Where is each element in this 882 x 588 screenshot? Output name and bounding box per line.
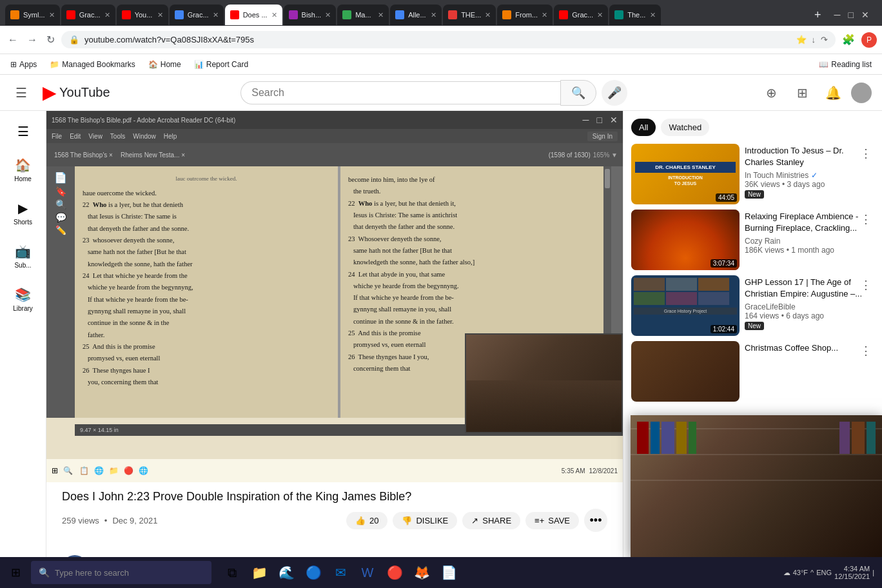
- start-button[interactable]: ⊞: [3, 560, 28, 585]
- rec-filter-all[interactable]: All: [631, 119, 656, 136]
- yt-search-input[interactable]: [240, 81, 560, 104]
- pdf-nav-rheims[interactable]: Rheims New Testa... ×: [118, 150, 188, 160]
- dislike-button[interactable]: 👎 DISLIKE: [393, 512, 457, 529]
- rec-item-1[interactable]: 3:07:34 Relaxing Fireplace Ambience - Bu…: [631, 210, 874, 270]
- address-bar[interactable]: 🔒 youtube.com/watch?v=Qa08SJI8xXA&t=795s…: [61, 31, 836, 48]
- pdf-nav-left[interactable]: 1568 The Bishop's ×: [52, 150, 115, 160]
- taskbar-icon-pdf-4[interactable]: 🔴: [124, 466, 133, 475]
- pdf-icon-3[interactable]: 🔍: [55, 199, 66, 210]
- floating-presenter-video[interactable]: [465, 333, 623, 433]
- bookmark-apps[interactable]: ⊞ Apps: [5, 59, 42, 70]
- share-button[interactable]: ↗ SHARE: [462, 512, 520, 529]
- pdf-icon-1[interactable]: 📄: [54, 172, 67, 184]
- taskbar-search-placeholder: Type here to search: [55, 568, 129, 578]
- taskbar-search[interactable]: 🔍 Type here to search: [31, 561, 211, 584]
- rec-filter-watched[interactable]: Watched: [661, 119, 709, 136]
- browser-tab-alle[interactable]: Alle...✕: [390, 5, 442, 25]
- taskbar-mail[interactable]: ✉: [328, 560, 353, 585]
- rec-more-1[interactable]: ⋮: [858, 210, 874, 229]
- forward-button[interactable]: →: [24, 32, 40, 48]
- pdf-menu-view[interactable]: View: [88, 133, 103, 140]
- yt-user-avatar[interactable]: [851, 83, 872, 103]
- pdf-menu-tools[interactable]: Tools: [110, 133, 125, 140]
- floating-video-pip[interactable]: [631, 415, 882, 557]
- pdf-minimize[interactable]: ─: [583, 115, 589, 125]
- taskbar-firefox[interactable]: 🦊: [409, 560, 435, 585]
- like-button[interactable]: 👍 20: [346, 512, 387, 529]
- close-window-button[interactable]: ✕: [859, 7, 872, 23]
- pdf-maximize[interactable]: □: [597, 115, 602, 125]
- taskbar-icon-pdf-3[interactable]: 📁: [109, 466, 119, 475]
- tray-arrow[interactable]: ^: [810, 569, 814, 576]
- show-desktop[interactable]: |: [872, 569, 874, 576]
- taskbar-icon-pdf-2[interactable]: 🌐: [94, 466, 104, 475]
- save-button[interactable]: ≡+ SAVE: [525, 512, 579, 529]
- win-logo-in-pdf[interactable]: ⊞: [52, 466, 58, 475]
- sidebar-item-menu[interactable]: ☰: [3, 116, 44, 147]
- rec-item-3[interactable]: Christmas Coffee Shop... ⋮: [631, 341, 874, 402]
- sidebar-item-subscriptions[interactable]: 📺 Sub...: [3, 236, 44, 277]
- bookmark-managed[interactable]: 📁 Managed Bookmarks: [44, 59, 140, 70]
- browser-tab-ma[interactable]: Ma...✕: [337, 5, 389, 25]
- taskbar-word[interactable]: W: [355, 560, 380, 585]
- yt-create-button[interactable]: ⊕: [758, 80, 784, 106]
- pdf-zoom-info[interactable]: 165% ▼: [593, 152, 618, 159]
- minimize-button[interactable]: ─: [832, 7, 843, 23]
- taskbar-icon-pdf-5[interactable]: 🌐: [139, 466, 148, 475]
- back-button[interactable]: ←: [5, 32, 21, 48]
- pdf-menu-help[interactable]: Help: [164, 133, 177, 140]
- pdf-icon-4[interactable]: 💬: [55, 212, 66, 222]
- browser-tab-grac1[interactable]: Grac...✕: [61, 5, 115, 25]
- pdf-menu-file[interactable]: File: [52, 133, 62, 140]
- bookmark-report-card[interactable]: 📊 Report Card: [189, 59, 253, 70]
- rec-more-2[interactable]: ⋮: [858, 275, 874, 295]
- browser-tab-you1[interactable]: You...✕: [117, 5, 168, 25]
- taskbar-red-app[interactable]: 🔴: [382, 560, 407, 585]
- browser-tab-grac2[interactable]: Grac...✕: [170, 5, 224, 25]
- refresh-button[interactable]: ↻: [44, 31, 57, 48]
- yt-search-button[interactable]: 🔍: [560, 80, 596, 106]
- account-button[interactable]: P: [861, 32, 877, 48]
- taskbar-icon-pdf-1[interactable]: 📋: [79, 466, 89, 475]
- rec-item-2[interactable]: Grace History Project 1:02:44 GHP Lesson…: [631, 275, 874, 336]
- pdf-icon-5[interactable]: ✏️: [55, 225, 66, 235]
- maximize-button[interactable]: □: [846, 7, 856, 23]
- taskbar-task-view[interactable]: ⧉: [219, 560, 245, 585]
- sidebar-item-library[interactable]: 📚 Library: [3, 279, 44, 320]
- pdf-sign-in[interactable]: Sign In: [587, 132, 618, 141]
- sidebar-item-shorts[interactable]: ▶ Shorts: [3, 193, 44, 233]
- pdf-menu-window[interactable]: Window: [133, 133, 156, 140]
- taskbar-chrome[interactable]: 🔵: [300, 560, 326, 585]
- browser-tab-the2[interactable]: The...✕: [609, 5, 661, 25]
- browser-tab-the1[interactable]: THE...✕: [443, 5, 496, 25]
- browser-tab-grac3[interactable]: Grac...✕: [554, 5, 608, 25]
- browser-tab-from[interactable]: From...✕: [497, 5, 553, 25]
- taskbar-explorer[interactable]: 📁: [246, 560, 272, 585]
- rec-more-3[interactable]: ⋮: [858, 341, 874, 360]
- browser-tab-bish[interactable]: Bish...✕: [284, 5, 337, 25]
- sidebar-item-home[interactable]: 🏠 Home: [3, 150, 44, 190]
- rec-more-0[interactable]: ⋮: [858, 144, 874, 163]
- yt-notifications-button[interactable]: 🔔: [820, 80, 846, 106]
- rec-item-0[interactable]: DR. CHARLES STANLEY INTRODUCTIONTO JESUS…: [631, 144, 874, 204]
- more-button[interactable]: •••: [584, 509, 607, 532]
- search-in-pdf[interactable]: 🔍: [63, 466, 73, 475]
- pdf-icon-2[interactable]: 🔖: [55, 186, 66, 197]
- rec-info-3: Christmas Coffee Shop...: [745, 341, 874, 402]
- pdf-menu-edit[interactable]: Edit: [70, 133, 81, 140]
- system-clock[interactable]: 4:34 AM 12/15/2021: [834, 565, 870, 580]
- yt-apps-button[interactable]: ⊞: [789, 80, 815, 106]
- taskbar-acrobat[interactable]: 📄: [436, 560, 462, 585]
- taskbar-edge[interactable]: 🌊: [273, 560, 299, 585]
- pdf-close[interactable]: ✕: [610, 115, 618, 125]
- bookmark-reading-list[interactable]: 📖 Reading list: [814, 59, 877, 70]
- new-tab-button[interactable]: +: [810, 8, 825, 22]
- yt-logo[interactable]: ▶ YouTube: [43, 82, 110, 103]
- yt-mic-button[interactable]: 🎤: [602, 80, 627, 106]
- yt-menu-button[interactable]: ☰: [10, 83, 32, 103]
- pdf-filename: 1568 The Bishop's Bible.pdf - Adobe Acro…: [52, 117, 235, 124]
- extensions-button[interactable]: 🧩: [839, 31, 858, 48]
- browser-tab-does[interactable]: Does ...✕: [225, 5, 282, 25]
- browser-tab-sym[interactable]: Syml...✕: [5, 5, 60, 25]
- bookmark-home[interactable]: 🏠 Home: [143, 59, 186, 70]
